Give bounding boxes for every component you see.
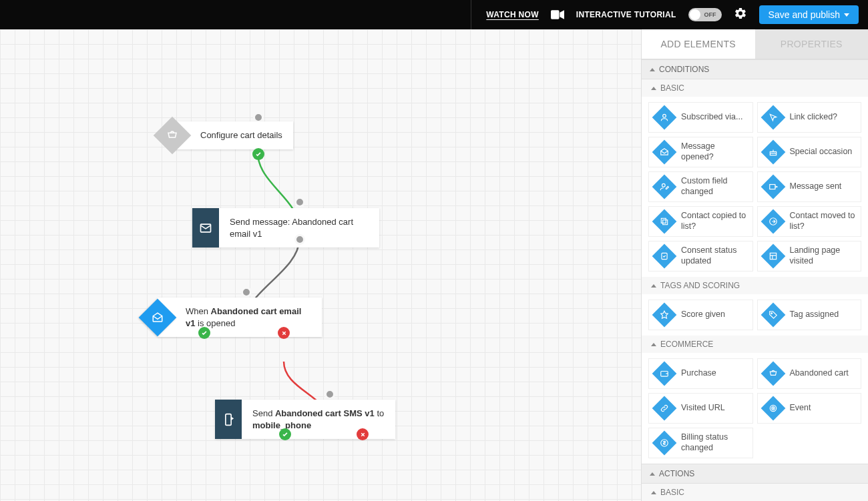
star-icon [652, 303, 677, 328]
user-icon [652, 105, 677, 130]
connector-dot[interactable] [294, 234, 305, 245]
el-contact-copied[interactable]: Contact copied to list? [648, 206, 753, 237]
svg-point-12 [771, 313, 772, 314]
envelope-open-icon [652, 140, 677, 165]
wallet-icon [652, 362, 677, 386]
svg-point-16 [773, 408, 773, 408]
workflow-canvas[interactable]: Configure cart details Send message: Aba… [0, 29, 641, 501]
watch-now-link[interactable]: WATCH NOW [486, 10, 538, 19]
phone-icon [215, 400, 242, 439]
el-abandoned-cart[interactable]: Abandoned cart [757, 358, 862, 389]
tab-properties[interactable]: PROPERTIES [755, 29, 869, 59]
node-configure-cart[interactable]: Configure cart details [172, 121, 293, 149]
svg-rect-8 [661, 218, 666, 223]
triangle-up-icon [650, 472, 655, 476]
caret-down-icon [844, 13, 849, 17]
cross-badge[interactable] [278, 327, 290, 339]
triangle-up-icon [651, 284, 656, 288]
user-edit-icon [652, 175, 677, 199]
link-icon [652, 396, 677, 421]
node-label: When Abandoned cart email v1 is opened [175, 298, 322, 337]
el-message-opened[interactable]: Message opened? [648, 137, 753, 167]
check-badge[interactable] [252, 148, 264, 160]
el-event[interactable]: Event [757, 393, 862, 424]
el-link-clicked[interactable]: Link clicked? [757, 102, 862, 133]
subsection-tags-scoring[interactable]: TAGS AND SCORING [642, 277, 868, 294]
svg-rect-6 [769, 185, 775, 189]
cart-icon [761, 362, 785, 386]
tag-icon [761, 303, 785, 328]
node-label: Configure cart details [190, 121, 293, 149]
triangle-up-icon [650, 68, 655, 71]
panel-tabs: ADD ELEMENTS PROPERTIES [642, 29, 868, 59]
node-when-opened[interactable]: When Abandoned cart email v1 is opened [158, 298, 322, 337]
save-publish-button[interactable]: Save and publish [759, 5, 859, 24]
subsection-basic[interactable]: BASIC [642, 79, 868, 97]
el-landing-visited[interactable]: Landing page visited [757, 241, 862, 272]
triangle-up-icon [651, 87, 656, 90]
el-custom-field[interactable]: Custom field changed [648, 171, 753, 202]
check-badge[interactable] [279, 428, 291, 440]
triangle-up-icon [651, 491, 656, 494]
svg-point-3 [663, 114, 666, 117]
node-label: Send Abandoned cart SMS v1 to mobile_pho… [242, 400, 395, 439]
triangle-up-icon [651, 343, 656, 346]
send-icon [761, 175, 785, 199]
el-billing-status[interactable]: Billing status changed [648, 428, 753, 458]
tutorial-label: INTERACTIVE TUTORIAL [576, 10, 676, 19]
connector-dot[interactable] [294, 197, 305, 207]
connector-dot[interactable] [241, 287, 252, 298]
el-message-sent[interactable]: Message sent [757, 171, 862, 202]
envelope-icon [192, 208, 219, 247]
tutorial-toggle[interactable]: OFF [688, 8, 722, 21]
el-subscribed-via[interactable]: Subscribed via... [648, 102, 753, 133]
save-label: Save and publish [769, 9, 840, 20]
svg-rect-0 [551, 10, 560, 19]
section-conditions[interactable]: CONDITIONS [642, 59, 868, 79]
shield-check-icon [652, 244, 677, 269]
el-visited-url[interactable]: Visited URL [648, 393, 753, 424]
el-tag-assigned[interactable]: Tag assigned [757, 300, 862, 330]
target-icon [761, 396, 785, 421]
cart-icon [154, 116, 192, 154]
copy-icon [652, 209, 677, 234]
svg-rect-7 [663, 220, 668, 225]
el-special-occasion[interactable]: Special occasion [757, 137, 862, 167]
el-contact-moved[interactable]: Contact moved to list? [757, 206, 862, 237]
layout-icon [761, 244, 785, 269]
cross-badge[interactable] [357, 428, 369, 440]
toggle-knob [690, 9, 700, 20]
el-purchase[interactable]: Purchase [648, 358, 753, 389]
subsection-ecommerce[interactable]: ECOMMERCE [642, 336, 868, 353]
gear-icon[interactable] [734, 7, 747, 23]
right-panel: ADD ELEMENTS PROPERTIES CONDITIONS BASIC… [641, 29, 868, 501]
subsection-basic-actions[interactable]: BASIC [642, 484, 868, 501]
svg-rect-11 [770, 253, 776, 259]
el-score-given[interactable]: Score given [648, 300, 753, 330]
arrow-right-icon [761, 209, 785, 234]
node-send-email[interactable]: Send message: Abandoned cart email v1 [192, 208, 379, 247]
video-icon [551, 10, 564, 19]
cake-icon [761, 140, 785, 165]
divider [471, 0, 471, 29]
cursor-icon [761, 105, 785, 130]
tab-add-elements[interactable]: ADD ELEMENTS [642, 29, 755, 59]
check-badge[interactable] [198, 327, 210, 339]
el-consent-updated[interactable]: Consent status updated [648, 241, 753, 272]
section-actions[interactable]: ACTIONS [642, 464, 868, 484]
toggle-text: OFF [704, 11, 716, 18]
svg-rect-2 [226, 414, 231, 425]
svg-point-5 [662, 183, 666, 187]
connector-dot[interactable] [324, 389, 335, 400]
top-bar: WATCH NOW INTERACTIVE TUTORIAL OFF Save … [0, 0, 868, 29]
dollar-icon [652, 431, 677, 456]
envelope-open-icon [139, 298, 177, 336]
panel-scroll[interactable]: CONDITIONS BASIC Subscribed via... Link … [642, 59, 868, 501]
